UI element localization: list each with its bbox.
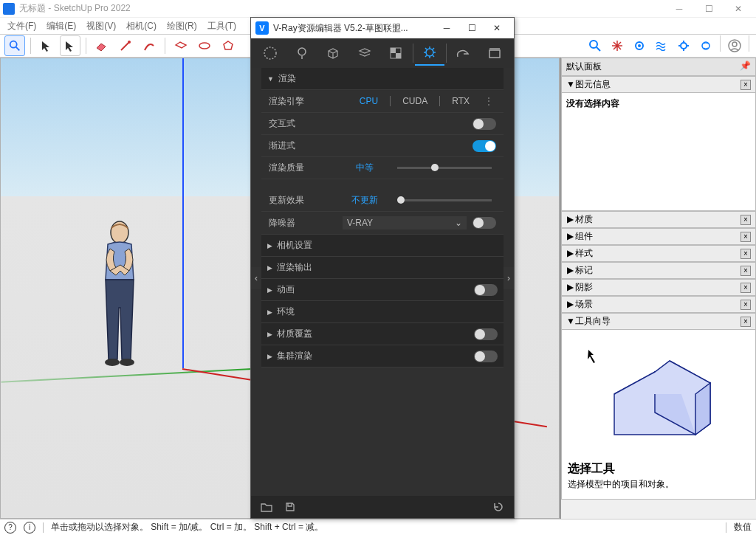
vray-focus-icon[interactable] [607, 35, 628, 56]
panel-label: 标记 [575, 265, 593, 275]
vray-tab-lights[interactable] [287, 41, 317, 66]
vray-section-matover[interactable]: ▶材质覆盖 [261, 323, 504, 345]
select-dropdown[interactable] [60, 35, 80, 56]
vray-gear-icon[interactable] [673, 35, 694, 56]
quality-slider[interactable] [397, 167, 492, 169]
panel-shadows[interactable]: ▶阴影× [561, 279, 756, 296]
menu-tools[interactable]: 工具(T) [203, 18, 241, 34]
vray-section-output[interactable]: ▶渲染输出 [261, 257, 504, 279]
menu-file[interactable]: 文件(F) [3, 18, 41, 34]
polygon-tool[interactable] [218, 35, 238, 56]
svg-line-7 [597, 47, 600, 51]
svg-point-4 [199, 43, 210, 49]
help-icon[interactable]: ? [4, 522, 16, 534]
circle-tool[interactable] [194, 35, 215, 56]
vray-section-label: 集群渲染 [277, 350, 312, 362]
svg-rect-22 [396, 53, 401, 58]
toggle-swarm[interactable] [474, 351, 498, 362]
engine-opt-cuda[interactable]: CUDA [396, 94, 433, 108]
vray-minimize-button[interactable]: ─ [434, 23, 459, 33]
separator [749, 35, 749, 52]
vray-collapse-left[interactable]: ‹ [251, 267, 261, 289]
panel-entity-info[interactable]: ▼图元信息 × [561, 76, 756, 93]
panel-close-icon[interactable]: × [740, 80, 751, 90]
menu-edit[interactable]: 编辑(E) [42, 18, 80, 34]
minimize-button[interactable]: ─ [664, 1, 694, 17]
toggle-anim[interactable] [474, 284, 498, 296]
instructor-tool-title: 选择工具 [568, 461, 749, 477]
separator [726, 522, 726, 533]
vray-row-engine: 渲染引擎 CPU CUDA RTX ⋮ [261, 90, 504, 113]
vray-asset-editor-window: V V-Ray资源编辑器 V5.2-草图联盟... ─ ☐ ✕ ‹ › ▼渲染 … [250, 17, 515, 519]
rectangle-tool[interactable] [171, 35, 191, 56]
vray-save-icon[interactable] [281, 498, 300, 516]
vray-tab-textures[interactable] [381, 41, 411, 66]
panel-close-icon[interactable]: × [740, 317, 751, 327]
panel-close-icon[interactable]: × [740, 232, 751, 242]
maximize-button[interactable]: ☐ [694, 1, 724, 17]
vray-section-anim[interactable]: ▶动画 [261, 279, 504, 301]
info-icon[interactable]: i [24, 522, 35, 534]
vray-tab-frame[interactable] [480, 41, 510, 66]
vray-search-icon[interactable] [585, 35, 605, 56]
toggle-progressive[interactable] [472, 140, 496, 152]
vray-waves-icon[interactable] [651, 35, 672, 56]
vray-settings-icon[interactable] [629, 35, 650, 56]
status-measure-label: 数值 [734, 521, 752, 534]
vray-section-camera[interactable]: ▶相机设置 [261, 235, 504, 257]
vray-maximize-button[interactable]: ☐ [459, 23, 484, 33]
panel-label: 阴影 [575, 282, 593, 292]
line-tool[interactable] [115, 35, 136, 56]
vray-row-update: 更新效果 不更新 [261, 190, 504, 212]
panel-components[interactable]: ▶组件× [561, 228, 756, 245]
vray-close-button[interactable]: ✕ [484, 23, 509, 33]
separator [86, 38, 86, 54]
vray-section-swarm[interactable]: ▶集群渲染 [261, 345, 504, 367]
pin-icon[interactable]: 📌 [740, 61, 751, 73]
denoiser-dropdown[interactable]: V-RAY⌄ [343, 216, 467, 229]
svg-point-6 [590, 41, 597, 48]
search-button[interactable] [4, 35, 25, 56]
arc-tool[interactable] [139, 35, 159, 56]
menu-draw[interactable]: 绘图(R) [162, 18, 202, 34]
update-slider[interactable] [397, 199, 492, 201]
panel-close-icon[interactable]: × [740, 266, 751, 276]
panel-instructor[interactable]: ▼工具向导 × [561, 313, 756, 330]
vray-titlebar[interactable]: V V-Ray资源编辑器 V5.2-草图联盟... ─ ☐ ✕ [251, 18, 514, 38]
window-titlebar: 无标题 - SketchUp Pro 2022 ─ ☐ ✕ [0, 0, 756, 18]
vray-tab-layers-icon[interactable] [350, 41, 380, 66]
panel-close-icon[interactable]: × [740, 249, 751, 259]
panel-close-icon[interactable]: × [740, 215, 751, 225]
panel-tags[interactable]: ▶标记× [561, 262, 756, 279]
vray-folder-icon[interactable] [257, 498, 276, 516]
user-account-icon[interactable] [724, 35, 745, 56]
vray-section-render[interactable]: ▼渲染 [261, 68, 504, 90]
vray-section-env[interactable]: ▶环境 [261, 301, 504, 323]
toggle-interactive[interactable] [472, 118, 496, 130]
panel-scenes[interactable]: ▶场景× [561, 296, 756, 313]
vray-reset-icon[interactable] [489, 498, 508, 516]
toggle-denoiser[interactable] [472, 217, 496, 229]
window-title: 无标题 - SketchUp Pro 2022 [19, 2, 664, 15]
eraser-tool[interactable] [92, 35, 112, 56]
panel-materials[interactable]: ▶材质× [561, 211, 756, 228]
vray-tab-render[interactable] [448, 41, 478, 66]
engine-opt-cpu[interactable]: CPU [354, 94, 384, 108]
panel-close-icon[interactable]: × [740, 283, 751, 293]
vray-tab-geometry[interactable] [318, 41, 348, 66]
select-tool[interactable] [36, 35, 57, 56]
vray-tab-materials[interactable] [255, 41, 286, 66]
toggle-matover[interactable] [474, 328, 498, 340]
vray-gear2-icon[interactable] [695, 35, 716, 56]
panel-styles[interactable]: ▶样式× [561, 245, 756, 262]
close-button[interactable]: ✕ [724, 1, 753, 17]
panel-close-icon[interactable]: × [740, 300, 751, 310]
menu-view[interactable]: 视图(V) [82, 18, 120, 34]
vray-collapse-right[interactable]: › [504, 267, 514, 289]
engine-opt-rtx[interactable]: RTX [446, 94, 475, 108]
vray-settings-body: ‹ › ▼渲染 渲染引擎 CPU CUDA RTX ⋮ 交互式 [251, 68, 514, 496]
menu-camera[interactable]: 相机(C) [122, 18, 161, 34]
instructor-body: 选择工具 选择模型中的项目和对象。 工具操作 1 点击项目或对象 [561, 330, 756, 500]
engine-more-icon[interactable]: ⋮ [481, 96, 496, 106]
vray-tab-settings[interactable] [415, 41, 445, 66]
